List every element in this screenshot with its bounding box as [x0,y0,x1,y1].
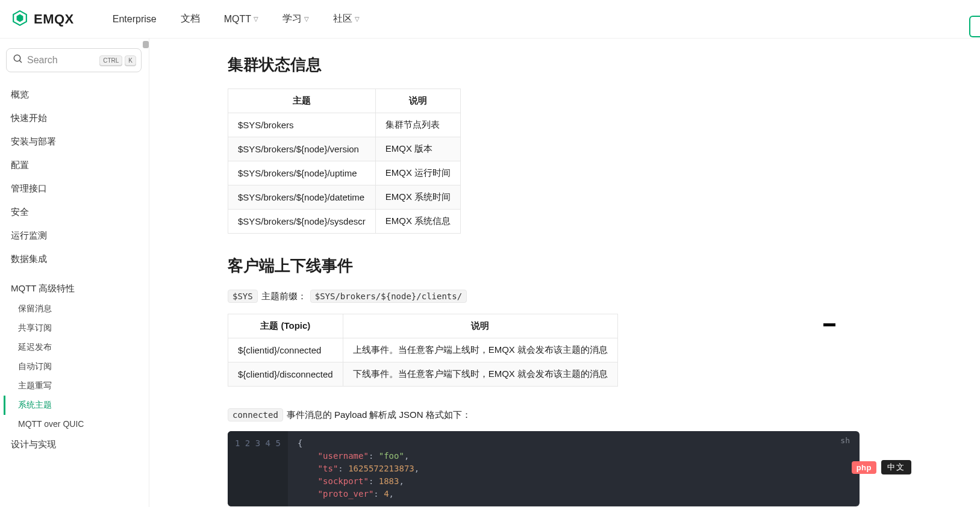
sidebar-item-7[interactable]: 数据集成 [4,247,144,271]
table-cell: EMQX 运行时间 [375,161,460,185]
search-placeholder: Search [27,55,96,66]
payload-text: 事件消息的 Payload 解析成 JSON 格式如下： [287,409,471,421]
table-row: $SYS/brokers/${node}/sysdescrEMQX 系统信息 [228,210,461,234]
svg-point-2 [14,55,20,61]
code-gutter: 1 2 3 4 5 [228,431,288,506]
sidebar-sub-4[interactable]: 主题重写 [4,376,144,396]
svg-marker-1 [17,14,23,22]
table-cell: 集群节点列表 [375,113,460,137]
nav-item-1[interactable]: 文档 [181,13,200,25]
bottom-badges: php 中文 [852,460,911,474]
sidebar-sub-3[interactable]: 自动订阅 [4,357,144,376]
code-block: 1 2 3 4 5 { "username": "foo", "ts": 162… [228,431,860,506]
table-header: 主题 (Topic) [228,314,343,338]
sidebar-sub-1[interactable]: 共享订阅 [4,319,144,338]
code-prefix-value: $SYS/brokers/${node}/clients/ [310,290,467,303]
table-events: 主题 (Topic)说明 ${clientid}/connected上线事件。当… [228,314,618,387]
table-row: ${clientid}/disconnected下线事件。当任意客户端下线时，E… [228,362,618,387]
nav-item-3[interactable]: 学习▽ [282,13,309,25]
svg-line-3 [19,60,22,63]
table-cell: $SYS/brokers [228,113,376,137]
kbd-k: K [125,55,136,66]
heading-client-events: 客户端上下线事件 [228,255,860,276]
table-cell: 上线事件。当任意客户端上线时，EMQX 就会发布该主题的消息 [343,338,617,362]
prefix-line: $SYS 主题前缀： $SYS/brokers/${node}/clients/ [228,290,860,303]
chevron-down-icon: ▽ [355,16,360,22]
nav-item-2[interactable]: MQTT▽ [224,13,258,25]
table-cell: $SYS/brokers/${node}/datetime [228,185,376,210]
code-lang-tag: sh [840,436,850,445]
sidebar-sub-0[interactable]: 保留消息 [4,299,144,319]
code-sys: $SYS [228,290,258,303]
sidebar-sub-6[interactable]: MQTT over QUIC [4,415,144,433]
table-cell: EMQX 系统时间 [375,185,460,210]
table-header: 说明 [375,89,460,113]
table-cell: 下线事件。当任意客户端下线时，EMQX 就会发布该主题的消息 [343,362,617,387]
nav-items: Enterprise文档MQTT▽学习▽社区▽ [113,13,360,25]
sidebar-item-2[interactable]: 安装与部署 [4,130,144,154]
search-input[interactable]: Search CTRL K [6,48,142,72]
sidebar-item-4[interactable]: 管理接口 [4,177,144,201]
logo[interactable]: EMQX [12,10,74,28]
table-cell: EMQX 版本 [375,137,460,161]
cn-badge: 中文 [881,460,911,474]
logo-text: EMQX [34,11,74,27]
code-lines: { "username": "foo", "ts": 1625572213873… [288,431,860,506]
payload-line: connected 事件消息的 Payload 解析成 JSON 格式如下： [228,408,860,421]
table-cell: $SYS/brokers/${node}/sysdescr [228,210,376,234]
sidebar-item-design[interactable]: 设计与实现 [4,433,144,456]
search-icon [13,54,23,67]
nav-item-0[interactable]: Enterprise [113,13,157,25]
table-cluster: 主题说明 $SYS/brokers集群节点列表$SYS/brokers/${no… [228,89,461,234]
table-cell: $SYS/brokers/${node}/uptime [228,161,376,185]
table-header: 主题 [228,89,376,113]
sidebar-sub-5[interactable]: 系统主题 [4,396,144,415]
heading-cluster: 集群状态信息 [228,54,860,75]
php-badge: php [852,461,876,474]
chevron-down-icon: ▽ [254,16,258,22]
prefix-label: 主题前缀： [261,291,307,302]
kbd-ctrl: CTRL [99,55,122,66]
table-row: $SYS/brokers/${node}/datetimeEMQX 系统时间 [228,185,461,210]
sidebar-item-3[interactable]: 配置 [4,154,144,177]
right-edge-button[interactable] [969,16,980,37]
table-header: 说明 [343,314,617,338]
table-cell: ${clientid}/disconnected [228,362,343,387]
code-connected: connected [228,408,283,421]
main-content: 集群状态信息 主题说明 $SYS/brokers集群节点列表$SYS/broke… [149,39,980,507]
sidebar-item-0[interactable]: 概览 [4,83,144,107]
nav-item-4[interactable]: 社区▽ [333,13,360,25]
table-row: ${clientid}/connected上线事件。当任意客户端上线时，EMQX… [228,338,618,362]
sidebar-item-5[interactable]: 安全 [4,201,144,224]
table-cell: EMQX 系统信息 [375,210,460,234]
table-cell: $SYS/brokers/${node}/version [228,137,376,161]
scrollbar-thumb[interactable] [143,41,149,48]
table-cell: ${clientid}/connected [228,338,343,362]
chevron-down-icon: ▽ [304,16,309,22]
sidebar-section-mqtt[interactable]: MQTT 高级特性 [4,276,144,299]
sidebar-item-1[interactable]: 快速开始 [4,107,144,130]
table-row: $SYS/brokers/${node}/uptimeEMQX 运行时间 [228,161,461,185]
top-nav: EMQX Enterprise文档MQTT▽学习▽社区▽ [0,0,980,39]
minus-icon[interactable] [823,323,835,326]
sidebar: Search CTRL K 概览快速开始安装与部署配置管理接口安全运行监测数据集… [0,39,149,507]
sidebar-sub-2[interactable]: 延迟发布 [4,338,144,357]
logo-icon [12,10,28,28]
sidebar-item-6[interactable]: 运行监测 [4,224,144,247]
table-row: $SYS/brokers/${node}/versionEMQX 版本 [228,137,461,161]
table-row: $SYS/brokers集群节点列表 [228,113,461,137]
